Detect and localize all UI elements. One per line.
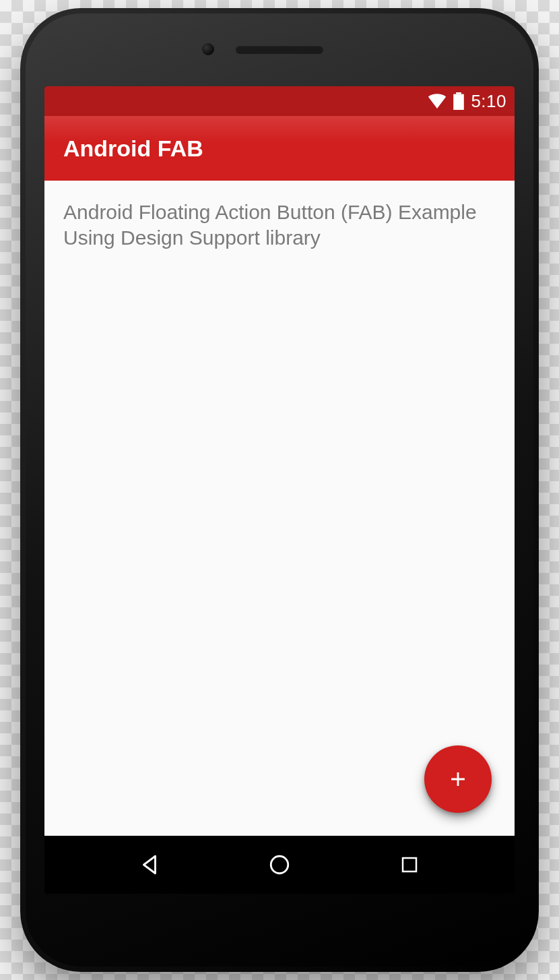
battery-icon bbox=[453, 92, 464, 110]
wifi-icon bbox=[428, 94, 447, 109]
svg-rect-3 bbox=[403, 858, 416, 871]
back-triangle-icon bbox=[138, 853, 161, 876]
nav-recents-button[interactable] bbox=[383, 845, 436, 885]
fab-add-button[interactable] bbox=[424, 745, 492, 813]
device-frame: 5:10 Android FAB Android Floating Action… bbox=[20, 8, 539, 972]
status-bar-time: 5:10 bbox=[471, 91, 506, 112]
nav-home-button[interactable] bbox=[253, 845, 306, 885]
device-earpiece bbox=[236, 46, 323, 54]
svg-rect-1 bbox=[456, 92, 461, 94]
body-text: Android Floating Action Button (FAB) Exa… bbox=[63, 200, 496, 251]
status-bar: 5:10 bbox=[44, 86, 515, 116]
recents-square-icon bbox=[399, 855, 420, 875]
plus-icon bbox=[447, 768, 469, 791]
content-area: Android Floating Action Button (FAB) Exa… bbox=[44, 181, 515, 836]
svg-rect-0 bbox=[454, 94, 465, 110]
android-nav-bar bbox=[44, 836, 515, 894]
app-title: Android FAB bbox=[63, 135, 203, 162]
home-circle-icon bbox=[268, 853, 291, 876]
svg-point-2 bbox=[271, 856, 288, 874]
device-front-camera bbox=[202, 43, 214, 55]
app-toolbar: Android FAB bbox=[44, 116, 515, 181]
page-background: 5:10 Android FAB Android Floating Action… bbox=[0, 0, 559, 980]
device-screen: 5:10 Android FAB Android Floating Action… bbox=[44, 86, 515, 894]
nav-back-button[interactable] bbox=[123, 845, 176, 885]
